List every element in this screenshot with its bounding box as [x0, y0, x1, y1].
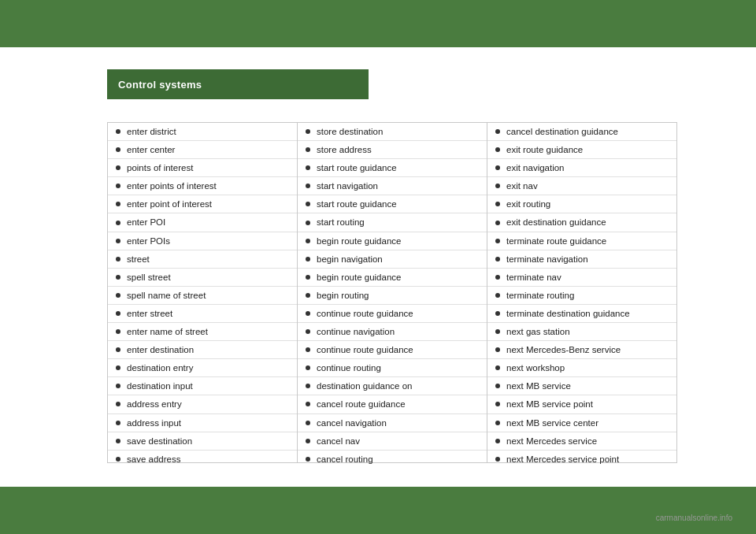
list-item-label: next gas station: [506, 325, 570, 338]
list-item-label: cancel navigation: [317, 417, 387, 429]
bullet-icon: [306, 293, 310, 298]
bullet-icon: [495, 347, 500, 352]
list-item-label: exit routing: [506, 198, 550, 210]
list-item: address input: [108, 414, 297, 432]
list-item: enter points of interest: [108, 177, 297, 195]
list-item: next gas station: [487, 323, 676, 341]
bullet-icon: [116, 421, 120, 425]
list-item-label: store destination: [317, 125, 383, 138]
list-item: enter street: [108, 305, 297, 323]
bullet-icon: [306, 257, 310, 261]
list-item: save destination: [108, 432, 297, 451]
list-item-label: begin route guidance: [317, 235, 401, 247]
bullet-icon: [306, 347, 310, 352]
bullet-icon: [306, 147, 310, 152]
bullet-icon: [495, 239, 500, 243]
bullet-icon: [306, 165, 310, 170]
bullet-icon: [495, 165, 500, 170]
bullet-icon: [306, 457, 310, 462]
bullet-icon: [306, 311, 310, 316]
bullet-icon: [116, 165, 120, 170]
list-item: start route guidance: [298, 195, 487, 213]
list-item: store destination: [298, 123, 487, 141]
list-item: terminate nav: [487, 269, 676, 287]
list-item: destination guidance on: [298, 377, 487, 395]
bullet-icon: [495, 202, 500, 206]
list-item: next Mercedes-Benz service: [487, 341, 676, 359]
bullet-icon: [306, 275, 310, 280]
list-item-label: enter destination: [127, 343, 194, 356]
list-item: exit navigation: [487, 159, 676, 177]
list-item: exit destination guidance: [487, 213, 676, 232]
bullet-icon: [495, 293, 500, 298]
column-1: enter districtenter centerpoints of inte…: [107, 122, 298, 463]
list-item-label: destination entry: [127, 362, 193, 374]
list-item-label: begin route guidance: [317, 271, 401, 284]
list-item: spell name of street: [108, 287, 297, 305]
list-item: enter center: [108, 141, 297, 159]
list-item-label: destination input: [127, 380, 193, 392]
list-item: cancel nav: [298, 432, 487, 451]
list-item: terminate navigation: [487, 250, 676, 269]
list-item-label: store address: [317, 143, 372, 156]
list-item-label: start route guidance: [317, 161, 397, 174]
list-item: next MB service center: [487, 414, 676, 432]
bullet-icon: [495, 402, 500, 406]
list-item: next Mercedes service point: [487, 451, 676, 468]
bullet-icon: [306, 365, 310, 370]
bullet-icon: [116, 129, 120, 134]
list-item-label: continue route guidance: [317, 343, 413, 356]
list-item: enter POI: [108, 213, 297, 232]
bullet-icon: [116, 147, 120, 152]
bullet-icon: [495, 147, 500, 152]
watermark: carmanualsonline.info: [656, 514, 732, 522]
list-item-label: exit destination guidance: [506, 216, 606, 228]
bullet-icon: [495, 311, 500, 316]
column-2: store destinationstore addressstart rout…: [298, 122, 487, 463]
list-item-label: enter name of street: [127, 325, 208, 338]
top-green-bar: [0, 0, 756, 47]
bullet-icon: [495, 275, 500, 280]
bullet-icon: [495, 384, 500, 388]
list-item: begin navigation: [298, 250, 487, 269]
bullet-icon: [116, 347, 120, 352]
list-item: spell street: [108, 269, 297, 287]
list-item-label: address input: [127, 417, 181, 429]
list-item: begin route guidance: [298, 269, 487, 287]
list-item: address entry: [108, 395, 297, 413]
bullet-icon: [495, 329, 500, 334]
list-item-label: terminate routing: [506, 289, 574, 302]
bullet-icon: [116, 221, 120, 225]
list-item: exit nav: [487, 177, 676, 195]
bottom-green-bar: [0, 487, 756, 534]
list-item: start route guidance: [298, 159, 487, 177]
list-item-label: points of interest: [127, 161, 193, 174]
bullet-icon: [116, 275, 120, 280]
list-item: cancel routing: [298, 451, 487, 468]
list-item: cancel route guidance: [298, 395, 487, 413]
list-item-label: next MB service center: [506, 417, 598, 429]
bullet-icon: [116, 329, 120, 334]
bullet-icon: [495, 365, 500, 370]
bullet-icon: [116, 184, 120, 188]
list-item-label: terminate destination guidance: [506, 307, 630, 320]
list-item: enter destination: [108, 341, 297, 359]
list-item-label: enter POI: [127, 216, 165, 228]
bullet-icon: [306, 402, 310, 406]
bullet-icon: [116, 239, 120, 243]
list-item: terminate route guidance: [487, 232, 676, 250]
list-item: cancel navigation: [298, 414, 487, 432]
list-item: destination input: [108, 377, 297, 395]
list-item-label: begin navigation: [317, 253, 383, 265]
bullet-icon: [116, 384, 120, 388]
bullet-icon: [116, 439, 120, 443]
list-item-label: next Mercedes service point: [506, 453, 619, 465]
list-item-label: enter center: [127, 143, 175, 156]
list-item: next workshop: [487, 359, 676, 377]
list-item: begin routing: [298, 287, 487, 305]
list-item: destination entry: [108, 359, 297, 377]
list-item-label: start navigation: [317, 180, 378, 192]
list-item: next Mercedes service: [487, 432, 676, 451]
list-item: points of interest: [108, 159, 297, 177]
list-item-label: enter POIs: [127, 235, 170, 247]
